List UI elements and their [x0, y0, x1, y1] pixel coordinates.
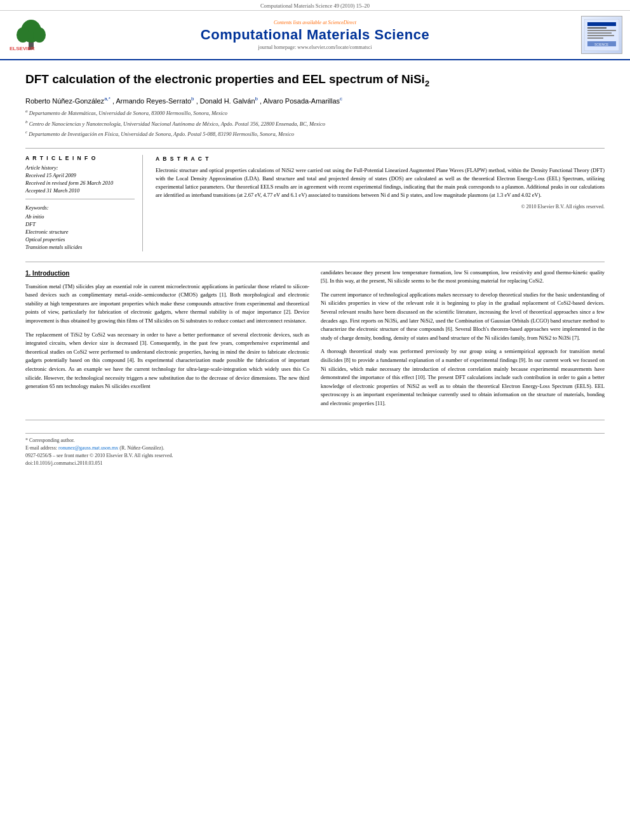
abstract-col: A B S T R A C T Electronic structure and… — [156, 155, 605, 251]
doi-text: doi:10.1016/j.commatsci.2010.03.051 — [25, 460, 605, 466]
svg-text:ELSEVIER: ELSEVIER — [10, 46, 35, 51]
svg-rect-7 — [587, 22, 616, 26]
journal-center: Contents lists available at ScienceDirec… — [65, 20, 565, 50]
keywords-list: Ab initioDFTElectronic structureOptical … — [25, 213, 135, 250]
body-paragraph: The replacement of TiSi2 by CoSi2 was ne… — [25, 331, 309, 391]
email-link[interactable]: ronunez@gauss.mat.uson.mx — [58, 445, 118, 451]
body-paragraph: Transition metal (TM) silicides play an … — [25, 283, 309, 326]
journal-logo-right: SCIENCE — [572, 16, 622, 54]
article-history: Article history: Received 15 April 2009 … — [25, 164, 135, 194]
journal-ref-bar: Computational Materials Science 49 (2010… — [0, 0, 630, 11]
body-divider — [25, 262, 605, 262]
affiliations: a Departamento de Matemáticas, Universid… — [25, 108, 605, 138]
journal-homepage: journal homepage: www.elsevier.com/locat… — [65, 44, 565, 50]
keywords-section: Keywords: Ab initioDFTElectronic structu… — [25, 204, 135, 250]
svg-rect-9 — [587, 30, 616, 31]
abstract-title: A B S T R A C T — [156, 155, 605, 163]
article-info-title: A R T I C L E I N F O — [25, 155, 135, 161]
keyword-item: Ab initio — [25, 213, 135, 220]
keyword-item: Optical properties — [25, 236, 135, 243]
article-info-col: A R T I C L E I N F O Article history: R… — [25, 155, 143, 251]
keyword-item: Transition metals silicides — [25, 244, 135, 250]
journal-logo-box: SCIENCE — [581, 16, 622, 54]
article-columns: A R T I C L E I N F O Article history: R… — [25, 148, 605, 251]
sciencedirect-link: Contents lists available at ScienceDirec… — [65, 20, 565, 25]
footer-area: * Corresponding author. E-mail address: … — [25, 433, 605, 466]
body-col-right: candidates because they present low temp… — [321, 269, 605, 413]
svg-text:SCIENCE: SCIENCE — [594, 43, 609, 46]
elsevier-logo: ELSEVIER — [8, 17, 58, 53]
svg-point-4 — [33, 27, 46, 43]
footer-divider — [25, 420, 605, 420]
affiliation-item: b Centro de Nanociencias y Nanotecnologí… — [25, 119, 605, 128]
article-title: DFT calculation of the electronic proper… — [25, 72, 605, 90]
history-divider — [25, 199, 135, 199]
body-paragraph: A thorough theoretical study was perform… — [321, 347, 605, 408]
keyword-item: Electronic structure — [25, 229, 135, 235]
journal-header: ELSEVIER Contents lists available at Sci… — [0, 11, 630, 60]
abstract-text: Electronic structure and optical propert… — [156, 166, 605, 200]
main-content: DFT calculation of the electronic proper… — [0, 60, 630, 479]
svg-point-3 — [17, 27, 29, 43]
keywords-title: Keywords: — [25, 204, 135, 211]
body-paragraph: candidates because they present low temp… — [321, 269, 605, 286]
copyright-line: © 2010 Elsevier B.V. All rights reserved… — [156, 203, 605, 211]
svg-rect-10 — [587, 32, 612, 34]
svg-rect-8 — [587, 27, 607, 29]
rights-text: 0927-0256/$ – see front matter © 2010 El… — [25, 453, 605, 458]
email-note: E-mail address: ronunez@gauss.mat.uson.m… — [25, 445, 605, 451]
journal-title: Computational Materials Science — [65, 27, 565, 43]
body-columns: 1. Introduction Transition metal (TM) si… — [25, 269, 605, 413]
corresponding-author-note: * Corresponding author. — [25, 437, 605, 443]
authors-line: Roberto Núñez-Gonzáleza,* , Armando Reye… — [25, 96, 605, 105]
body-paragraph: The current importance of technological … — [321, 291, 605, 343]
affiliation-item: c Departamento de Investigación en Físic… — [25, 129, 605, 138]
svg-rect-12 — [587, 37, 603, 39]
body-col1-paragraphs: Transition metal (TM) silicides play an … — [25, 283, 309, 391]
keyword-item: DFT — [25, 221, 135, 227]
affiliation-item: a Departamento de Matemáticas, Universid… — [25, 108, 605, 117]
section1-heading: 1. Introduction — [25, 269, 309, 279]
body-col2-paragraphs: candidates because they present low temp… — [321, 269, 605, 408]
svg-rect-11 — [587, 35, 614, 36]
body-col-left: 1. Introduction Transition metal (TM) si… — [25, 269, 309, 413]
